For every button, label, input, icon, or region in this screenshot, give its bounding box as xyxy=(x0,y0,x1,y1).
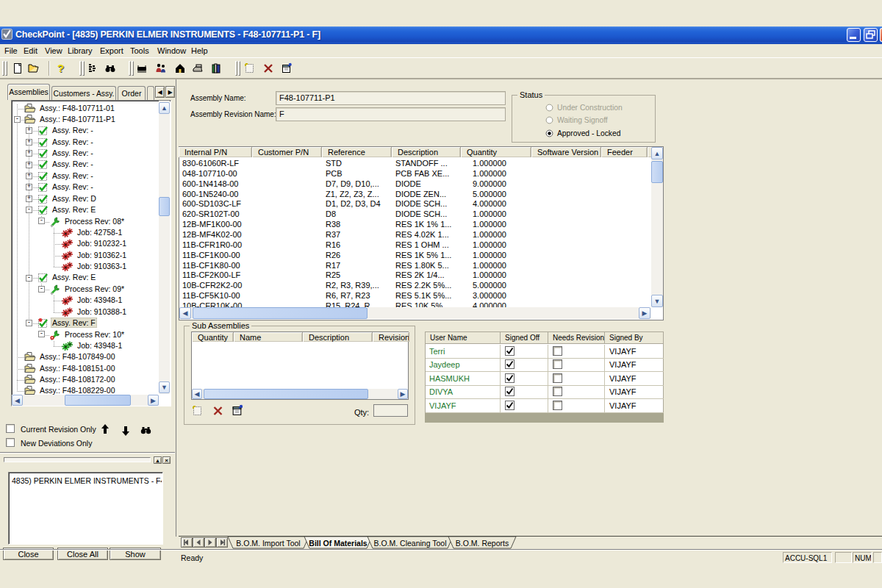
svg-text:?: ? xyxy=(57,62,64,74)
